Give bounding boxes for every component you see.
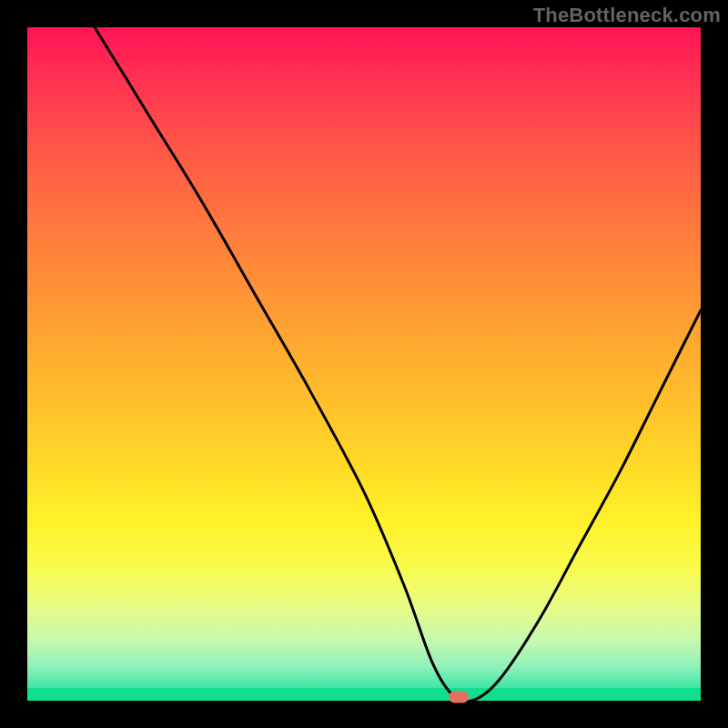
chart-frame: TheBottleneck.com	[0, 0, 728, 728]
watermark-text: TheBottleneck.com	[533, 4, 721, 27]
bottleneck-curve	[95, 27, 701, 701]
plot-area	[27, 27, 701, 701]
curve-svg	[27, 27, 701, 701]
optimal-marker	[449, 692, 469, 703]
